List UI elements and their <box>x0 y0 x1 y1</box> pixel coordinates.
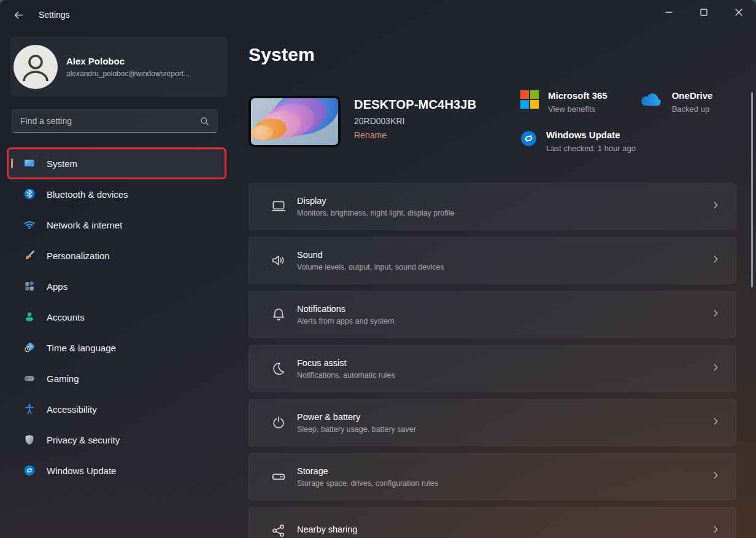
main-content: System DESKTOP-MC4H3JB 20RD003KRI Rename <box>249 29 736 538</box>
card-title: Focus assist <box>297 358 395 368</box>
paintbrush-icon <box>23 249 36 262</box>
bell-icon <box>271 306 287 322</box>
card-nearby-sharing[interactable]: Nearby sharing <box>249 507 736 538</box>
chevron-right-icon <box>710 416 721 429</box>
monitor-icon <box>271 198 287 214</box>
rename-link[interactable]: Rename <box>354 130 387 140</box>
card-subtitle: Monitors, brightness, night light, displ… <box>297 209 454 217</box>
status-subtitle: Last checked: 1 hour ago <box>546 144 636 153</box>
sidebar-item-system[interactable]: System <box>9 149 225 177</box>
card-sound[interactable]: Sound Volume levels, output, input, soun… <box>249 237 736 284</box>
sidebar-item-time-language[interactable]: Time & language <box>9 333 225 362</box>
profile-name: Alex Poloboc <box>66 56 190 66</box>
sync-icon <box>23 464 36 477</box>
card-title: Power & battery <box>297 412 416 422</box>
sidebar-item-label: Windows Update <box>47 466 116 476</box>
sidebar-item-windows-update[interactable]: Windows Update <box>9 456 225 485</box>
card-title: Nearby sharing <box>297 524 357 534</box>
onedrive-status[interactable]: OneDrive Backed up <box>639 90 713 114</box>
chevron-right-icon <box>710 470 721 483</box>
gamepad-icon <box>23 372 36 384</box>
status-title: OneDrive <box>672 90 713 101</box>
page-title: System <box>249 44 736 65</box>
bluetooth-icon <box>23 188 36 200</box>
back-button[interactable] <box>9 5 28 25</box>
card-subtitle: Sleep, battery usage, battery saver <box>297 425 416 434</box>
maximize-icon <box>696 5 711 20</box>
status-title: Microsoft 365 <box>548 90 608 101</box>
device-header: DESKTOP-MC4H3JB 20RD003KRI Rename <box>249 96 736 147</box>
close-button[interactable] <box>721 0 756 25</box>
card-subtitle: Notifications, automatic rules <box>297 371 395 380</box>
shield-icon <box>23 434 36 446</box>
avatar <box>14 45 58 89</box>
sidebar: Alex Poloboc alexandru_poloboc@windowsre… <box>0 29 233 538</box>
card-title: Sound <box>297 250 444 260</box>
status-area: Microsoft 365 View benefits OneDri <box>520 90 749 153</box>
sidebar-item-network-internet[interactable]: Network & internet <box>9 211 225 239</box>
sidebar-item-accessibility[interactable]: Accessibility <box>9 395 225 423</box>
settings-window: Settings Alex Poloboc alexan <box>0 0 756 538</box>
maximize-button[interactable] <box>686 0 721 25</box>
back-arrow-icon <box>13 9 25 21</box>
selected-accent-pill <box>11 158 13 168</box>
card-subtitle: Volume levels, output, input, sound devi… <box>297 263 444 271</box>
card-storage[interactable]: Storage Storage space, drives, configura… <box>249 453 736 500</box>
speaker-icon <box>271 252 287 268</box>
sidebar-item-label: Accessibility <box>47 404 97 415</box>
onedrive-cloud-icon <box>639 93 663 108</box>
profile-card[interactable]: Alex Poloboc alexandru_poloboc@windowsre… <box>10 37 227 96</box>
sidebar-item-accounts[interactable]: Accounts <box>9 303 225 331</box>
display-icon <box>23 157 36 170</box>
status-subtitle: Backed up <box>672 104 713 114</box>
microsoft-365-logo <box>520 90 539 109</box>
search-icon <box>199 116 210 127</box>
sidebar-nav: System Bluetooth & devices <box>0 149 233 485</box>
profile-email: alexandru_poloboc@windowsreport... <box>66 69 190 78</box>
status-title: Windows Update <box>546 130 636 140</box>
windows-update-status[interactable]: Windows Update Last checked: 1 hour ago <box>520 130 636 153</box>
search-input[interactable] <box>20 116 199 126</box>
windows-update-icon <box>520 130 537 147</box>
card-title: Storage <box>297 466 438 476</box>
card-subtitle: Storage space, drives, configuration rul… <box>297 479 438 488</box>
sidebar-item-gaming[interactable]: Gaming <box>9 364 225 392</box>
device-wallpaper-thumbnail <box>249 96 341 147</box>
card-title: Display <box>297 196 454 206</box>
microsoft-365-status[interactable]: Microsoft 365 View benefits <box>520 90 608 114</box>
card-subtitle: Alerts from apps and system <box>297 317 394 326</box>
scrollbar-thumb[interactable] <box>751 92 753 287</box>
sidebar-item-bluetooth-devices[interactable]: Bluetooth & devices <box>9 180 225 208</box>
sidebar-item-privacy-security[interactable]: Privacy & security <box>9 426 225 454</box>
device-model: 20RD003KRI <box>354 116 476 126</box>
card-notifications[interactable]: Notifications Alerts from apps and syste… <box>249 291 736 338</box>
titlebar: Settings <box>0 0 756 29</box>
sidebar-item-label: Privacy & security <box>47 435 120 445</box>
window-controls <box>651 0 756 25</box>
card-focus-assist[interactable]: Focus assist Notifications, automatic ru… <box>249 345 736 392</box>
card-title: Notifications <box>297 304 394 314</box>
minimize-icon <box>662 5 676 20</box>
close-icon <box>731 5 746 20</box>
card-display[interactable]: Display Monitors, brightness, night ligh… <box>249 183 736 230</box>
app-title: Settings <box>39 10 70 20</box>
sidebar-item-personalization[interactable]: Personalization <box>9 241 225 270</box>
chevron-right-icon <box>710 200 721 213</box>
globe-clock-icon <box>23 341 36 354</box>
share-icon <box>271 523 287 538</box>
person-icon <box>23 311 36 323</box>
status-subtitle: View benefits <box>548 104 608 114</box>
chevron-right-icon <box>710 362 721 375</box>
sidebar-item-label: Personalization <box>47 251 110 261</box>
wifi-icon <box>23 219 36 231</box>
minimize-button[interactable] <box>651 0 686 25</box>
sidebar-item-label: Network & internet <box>47 220 122 230</box>
sidebar-item-label: Bluetooth & devices <box>47 189 128 200</box>
card-power-battery[interactable]: Power & battery Sleep, battery usage, ba… <box>249 399 736 446</box>
sidebar-item-apps[interactable]: Apps <box>9 272 225 300</box>
drive-icon <box>271 469 287 485</box>
power-icon <box>271 415 287 431</box>
sidebar-item-label: Gaming <box>47 373 79 384</box>
sidebar-item-label: System <box>47 158 77 169</box>
chevron-right-icon <box>710 524 721 537</box>
